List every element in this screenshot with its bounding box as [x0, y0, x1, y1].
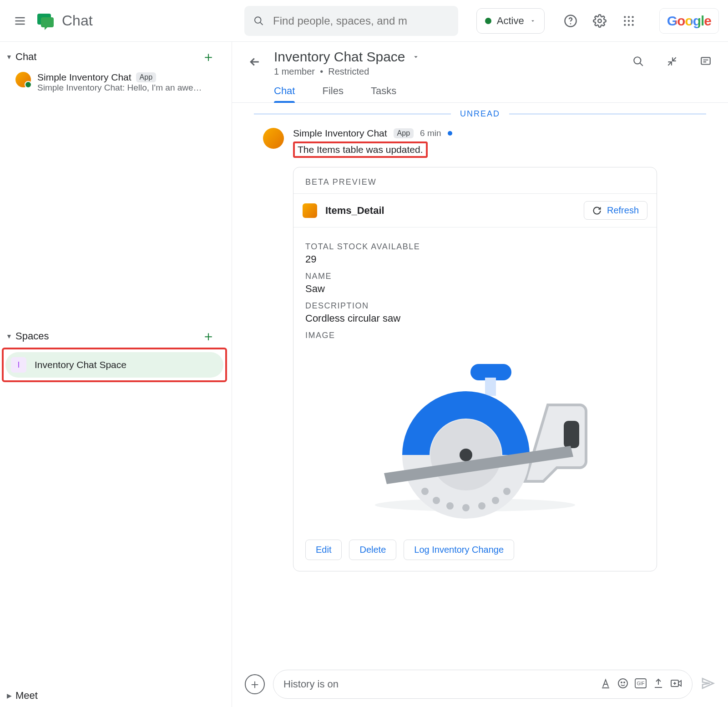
chevron-down-icon[interactable] — [412, 53, 420, 61]
svg-rect-20 — [485, 378, 496, 396]
field-label: NAME — [305, 272, 645, 281]
app-badge: App — [136, 72, 156, 82]
composer[interactable]: History is on GIF — [273, 670, 693, 699]
search-input[interactable] — [273, 15, 449, 27]
video-meet-icon[interactable] — [670, 678, 682, 691]
chat-item-title: Simple Inventory Chat — [37, 72, 131, 83]
svg-point-26 — [446, 502, 454, 510]
main-menu-button[interactable] — [9, 10, 31, 32]
unread-dot-icon — [448, 131, 452, 136]
delete-button[interactable]: Delete — [349, 540, 396, 560]
sidebar-section-label: Meet — [15, 690, 38, 702]
field-value: 29 — [305, 253, 645, 265]
sidebar: ▼ Chat ＋ Simple Inventory Chat App Simpl… — [0, 42, 232, 707]
sidebar-section-spaces[interactable]: ▼ Spaces ＋ — [0, 325, 232, 348]
topbar: Chat Active Google — [0, 0, 728, 42]
app-card: BETA PREVIEW Items_Detail Refresh TOTAL … — [293, 167, 657, 571]
edit-button[interactable]: Edit — [305, 540, 342, 560]
message-time: 6 min — [420, 128, 441, 138]
svg-point-23 — [460, 449, 472, 461]
help-button[interactable] — [563, 13, 578, 29]
space-tabs: Chat Files Tasks — [245, 77, 715, 102]
sidebar-chat-item[interactable]: Simple Inventory Chat App Simple Invento… — [0, 68, 232, 96]
sidebar-section-chat[interactable]: ▼ Chat ＋ — [0, 45, 232, 68]
svg-point-9 — [624, 20, 626, 21]
card-beta-label: BETA PREVIEW — [305, 177, 645, 187]
thread-panel-button[interactable] — [698, 54, 713, 69]
tab-chat[interactable]: Chat — [274, 85, 295, 102]
svg-point-32 — [621, 682, 622, 683]
status-label: Active — [497, 15, 524, 27]
status-dot-icon — [485, 18, 491, 24]
refresh-button[interactable]: Refresh — [584, 201, 647, 220]
collapse-button[interactable] — [664, 54, 680, 69]
svg-point-31 — [618, 679, 627, 688]
highlight-annotation: I Inventory Chat Space — [2, 348, 227, 382]
caret-down-icon: ▼ — [5, 53, 14, 61]
svg-point-5 — [598, 19, 602, 23]
status-selector[interactable]: Active — [476, 8, 545, 34]
tab-files[interactable]: Files — [322, 85, 343, 102]
card-title: Items_Detail — [325, 205, 384, 217]
chat-avatar-icon — [15, 72, 31, 87]
refresh-icon — [592, 206, 602, 215]
composer-placeholder: History is on — [283, 678, 594, 690]
search-box[interactable] — [244, 6, 458, 36]
search-in-space-button[interactable] — [631, 54, 646, 69]
message-text: The Items table was updated. — [298, 144, 423, 155]
chat-logo-icon — [35, 11, 56, 31]
google-account-button[interactable]: Google — [659, 8, 719, 34]
upload-icon[interactable] — [653, 678, 664, 691]
space-item-label: Inventory Chat Space — [35, 359, 126, 370]
svg-rect-16 — [701, 57, 710, 64]
svg-point-13 — [627, 24, 629, 25]
caret-right-icon: ▶ — [5, 692, 14, 699]
emoji-icon[interactable] — [617, 678, 628, 691]
tab-tasks[interactable]: Tasks — [371, 85, 396, 102]
apps-button[interactable] — [621, 13, 637, 29]
circular-saw-illustration — [357, 355, 593, 519]
svg-rect-1 — [41, 17, 54, 27]
svg-point-33 — [624, 682, 625, 683]
field-label: DESCRIPTION — [305, 301, 645, 311]
svg-point-14 — [632, 24, 633, 25]
message-sender: Simple Inventory Chat — [293, 128, 387, 139]
svg-point-15 — [634, 57, 641, 64]
gif-icon[interactable]: GIF — [635, 678, 647, 690]
topbar-icons: Google — [563, 8, 719, 34]
chat-item-preview: Simple Inventory Chat: Hello, I'm an awe… — [37, 83, 202, 93]
svg-point-12 — [624, 24, 626, 25]
sidebar-section-meet[interactable]: ▶ Meet — [0, 684, 232, 707]
content-area: Inventory Chat Space 1 member • Restrict… — [232, 42, 728, 707]
google-logo-text: Google — [667, 13, 711, 29]
svg-point-30 — [503, 488, 511, 495]
field-label: TOTAL STOCK AVAILABLE — [305, 242, 645, 252]
log-change-button[interactable]: Log Inventory Change — [404, 540, 514, 560]
send-button[interactable] — [701, 676, 715, 692]
back-button[interactable] — [245, 52, 265, 72]
svg-point-8 — [632, 16, 633, 18]
chat-message: Simple Inventory Chat App 6 min The Item… — [245, 123, 715, 571]
new-space-button[interactable]: ＋ — [202, 327, 229, 346]
svg-point-28 — [478, 502, 485, 510]
svg-point-4 — [570, 23, 571, 25]
svg-point-2 — [255, 17, 261, 23]
svg-point-25 — [433, 497, 440, 504]
composer-row: ＋ History is on GIF — [245, 670, 715, 699]
svg-rect-18 — [564, 421, 579, 448]
card-image — [305, 346, 645, 528]
settings-button[interactable] — [592, 13, 607, 29]
message-avatar-icon — [263, 128, 284, 149]
format-icon[interactable] — [600, 678, 611, 691]
svg-point-11 — [632, 20, 633, 21]
field-value: Saw — [305, 283, 645, 295]
add-attachment-button[interactable]: ＋ — [245, 674, 265, 694]
search-icon — [253, 15, 264, 27]
new-chat-button[interactable]: ＋ — [202, 48, 229, 66]
svg-point-27 — [462, 504, 470, 511]
unread-label: UNREAD — [460, 109, 500, 119]
svg-text:GIF: GIF — [637, 681, 645, 686]
chevron-down-icon — [530, 18, 536, 24]
sidebar-space-item[interactable]: I Inventory Chat Space — [5, 352, 223, 378]
app-logo-group: Chat — [35, 11, 93, 31]
